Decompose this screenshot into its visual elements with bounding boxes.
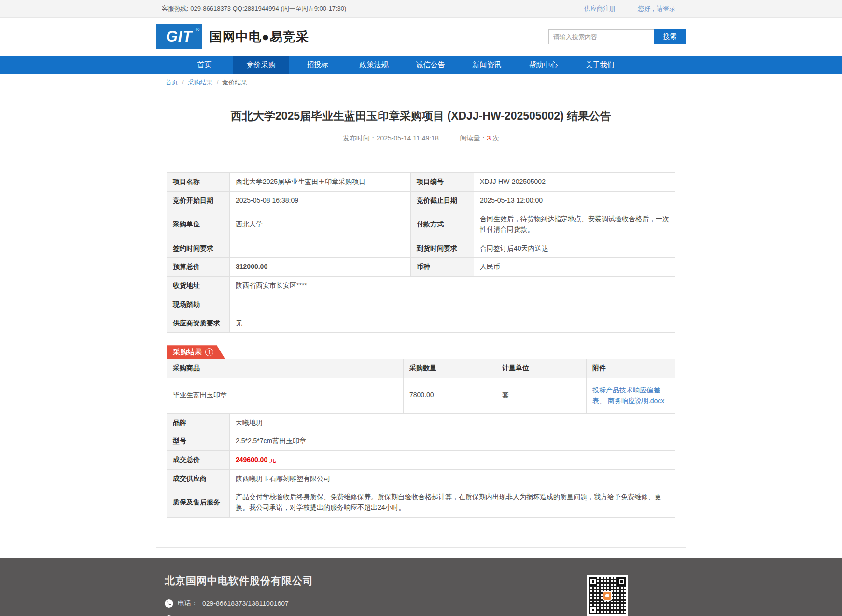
column-header: 采购商品 xyxy=(167,359,404,378)
table-row: 竞价开始日期 2025-05-08 16:38:09 竞价截止日期 2025-0… xyxy=(167,191,675,210)
purchase-result-table: 采购商品 采购数量 计量单位 附件 毕业生蓝田玉印章 7800.00 套 投标产… xyxy=(167,359,675,413)
site-footer: 北京国网中电软件股份有限公司 电话：029-86618373/138110016… xyxy=(0,558,842,616)
model-value: 2.5*2.5*7cm蓝田玉印章 xyxy=(230,432,675,451)
breadcrumb-home[interactable]: 首页 xyxy=(166,78,178,87)
info-label: 币种 xyxy=(411,258,474,277)
result-count-badge: 1 xyxy=(205,348,213,356)
search-input[interactable] xyxy=(548,29,654,44)
detail-label: 品牌 xyxy=(167,413,230,432)
table-row: 毕业生蓝田玉印章 7800.00 套 投标产品技术响应偏差表、 商务响应说明.d… xyxy=(167,378,675,413)
info-value: 西北大学2025届毕业生蓝田玉印章采购项目 xyxy=(230,173,411,192)
login-link[interactable]: 您好，请登录 xyxy=(638,4,675,13)
qr-finder xyxy=(589,606,597,614)
winning-supplier: 陕西曦玥玉石雕刻雕塑有限公司 xyxy=(230,469,675,488)
detail-label: 型号 xyxy=(167,432,230,451)
detail-label: 质保及售后服务 xyxy=(167,488,230,517)
info-value xyxy=(230,295,675,314)
table-row: 品牌 天曦地玥 xyxy=(167,413,675,432)
footer-phone-row: 电话：029-86618373/13811001607 xyxy=(165,599,353,608)
qr-code-block[interactable]: 点击扫描二维码 xyxy=(584,574,631,616)
product-name: 毕业生蓝田玉印章 xyxy=(167,378,404,413)
info-value: 人民币 xyxy=(474,258,675,277)
divider xyxy=(167,153,675,153)
footer-phone-value: 029-86618373/13811001607 xyxy=(202,600,289,607)
table-row: 成交供应商 陕西曦玥玉石雕刻雕塑有限公司 xyxy=(167,469,675,488)
search-bar: 搜索 xyxy=(548,29,686,44)
nav-item-integrity[interactable]: 诚信公告 xyxy=(402,56,459,74)
table-row: 采购单位 西北大学 付款方式 合同生效后，待货物到达指定地点、安装调试验收合格后… xyxy=(167,210,675,239)
nav-item-home[interactable]: 首页 xyxy=(176,56,233,74)
breadcrumb-current: 竞价结果 xyxy=(222,78,247,87)
purchase-result-ribbon: 采购结果 1 xyxy=(167,345,225,359)
attachment-line2: 商务响应说明.docx xyxy=(608,397,664,405)
footer-phone-label: 电话： xyxy=(178,599,198,608)
project-info-table: 项目名称 西北大学2025届毕业生蓝田玉印章采购项目 项目编号 XDJJ-HW-… xyxy=(167,172,675,333)
table-row: 型号 2.5*2.5*7cm蓝田玉印章 xyxy=(167,432,675,451)
info-label: 现场踏勘 xyxy=(167,295,230,314)
ribbon-label: 采购结果 xyxy=(173,348,202,357)
search-button[interactable]: 搜索 xyxy=(654,29,686,44)
purchase-quantity: 7800.00 xyxy=(404,378,496,413)
unit-of-measure: 套 xyxy=(496,378,587,413)
table-row: 现场踏勘 xyxy=(167,295,675,314)
nav-item-bidding-purchase[interactable]: 竞价采购 xyxy=(233,56,289,74)
info-label: 供应商资质要求 xyxy=(167,314,230,333)
table-row: 成交总价 249600.00 元 xyxy=(167,451,675,470)
info-label: 签约时间要求 xyxy=(167,239,230,258)
publish-time-label: 发布时间： xyxy=(343,134,377,142)
nav-item-help[interactable]: 帮助中心 xyxy=(515,56,572,74)
info-label: 采购单位 xyxy=(167,210,230,239)
info-value: 西北大学 xyxy=(230,210,411,239)
table-row: 收货地址 陕西省西安市长安区**** xyxy=(167,277,675,295)
info-label: 竞价截止日期 xyxy=(411,191,474,210)
publish-time-value: 2025-05-14 11:49:18 xyxy=(377,134,439,142)
breadcrumb-purchase-results[interactable]: 采购结果 xyxy=(188,78,213,87)
info-label: 项目编号 xyxy=(411,173,474,192)
warranty-service-text: 产品交付学校验收后终身质保、免费维修保养。质保期自验收合格起计算，在质保期内出现… xyxy=(230,488,675,517)
announcement-card: 西北大学2025届毕业生蓝田玉印章采购项目 (XDJJ-HW-202505002… xyxy=(156,91,686,548)
info-label: 项目名称 xyxy=(167,173,230,192)
deal-total-price: 249600.00 xyxy=(236,456,267,463)
qr-finder xyxy=(589,577,597,586)
main-nav: 首页 竞价采购 招投标 政策法规 诚信公告 新闻资讯 帮助中心 关于我们 xyxy=(0,56,842,74)
nav-item-about[interactable]: 关于我们 xyxy=(572,56,628,74)
brand-title: 国网中电●易竞采 xyxy=(210,28,309,45)
qr-center-logo xyxy=(603,591,612,601)
registered-mark: ® xyxy=(196,27,199,32)
qr-finder xyxy=(617,577,626,586)
table-row: 签约时间要求 到货时间要求 合同签订后40天内送达 xyxy=(167,239,675,258)
info-label: 到货时间要求 xyxy=(411,239,474,258)
topbar: 客服热线: 029-86618373 QQ:2881944994 (周一至周五9… xyxy=(0,0,842,18)
nav-item-policy[interactable]: 政策法规 xyxy=(346,56,402,74)
info-value: 2025-05-13 12:00:00 xyxy=(474,191,675,210)
table-row: 质保及售后服务 产品交付学校验收后终身质保、免费维修保养。质保期自验收合格起计算… xyxy=(167,488,675,517)
deal-price-unit: 元 xyxy=(269,456,276,463)
logo[interactable]: GIT ® 国网中电●易竞采 xyxy=(156,24,309,49)
page-title: 西北大学2025届毕业生蓝田玉印章采购项目 (XDJJ-HW-202505002… xyxy=(167,109,675,124)
brand-value: 天曦地玥 xyxy=(230,413,675,432)
detail-label: 成交供应商 xyxy=(167,469,230,488)
budget-total-value: 312000.00 xyxy=(230,258,411,277)
table-header-row: 采购商品 采购数量 计量单位 附件 xyxy=(167,359,675,378)
column-header: 计量单位 xyxy=(496,359,587,378)
info-label: 付款方式 xyxy=(411,210,474,239)
attachment-link[interactable]: 投标产品技术响应偏差表、 商务响应说明.docx xyxy=(592,385,669,406)
result-detail-table: 品牌 天曦地玥 型号 2.5*2.5*7cm蓝田玉印章 成交总价 249600.… xyxy=(167,413,675,518)
logo-text: GIT xyxy=(166,28,193,45)
views-label: 阅读量： xyxy=(460,134,487,142)
column-header: 附件 xyxy=(587,359,675,378)
table-row: 项目名称 西北大学2025届毕业生蓝田玉印章采购项目 项目编号 XDJJ-HW-… xyxy=(167,173,675,192)
supplier-register-link[interactable]: 供应商注册 xyxy=(584,4,616,13)
column-header: 采购数量 xyxy=(404,359,496,378)
nav-item-news[interactable]: 新闻资讯 xyxy=(459,56,515,74)
info-label: 竞价开始日期 xyxy=(167,191,230,210)
views-unit: 次 xyxy=(492,134,499,142)
breadcrumb: 首页 / 采购结果 / 竞价结果 xyxy=(156,74,686,91)
phone-icon xyxy=(165,599,173,608)
breadcrumb-separator: / xyxy=(217,79,219,86)
git-logo-icon: GIT ® xyxy=(156,24,202,49)
info-value: 陕西省西安市长安区**** xyxy=(230,277,675,295)
qr-code[interactable] xyxy=(587,575,628,616)
nav-item-tender[interactable]: 招投标 xyxy=(289,56,346,74)
site-header: GIT ® 国网中电●易竞采 搜索 xyxy=(0,18,842,56)
